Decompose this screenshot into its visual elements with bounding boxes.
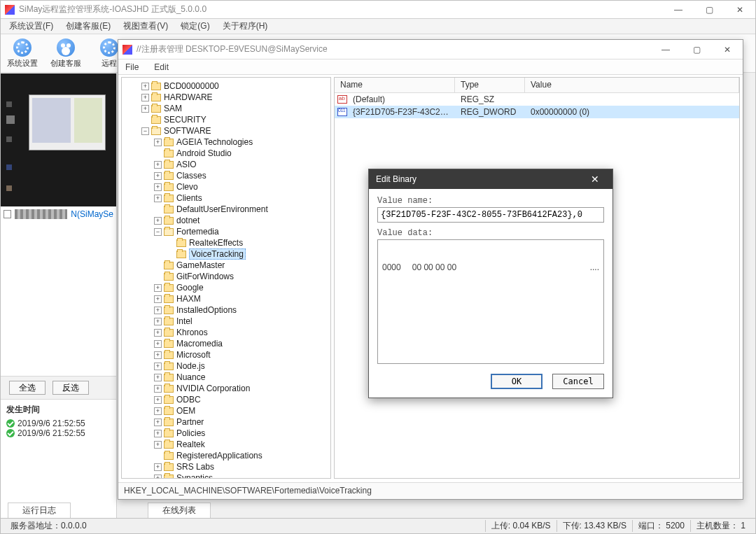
expand-icon[interactable]: + [154,351,162,359]
expand-icon[interactable]: + [154,475,162,479]
event-row[interactable]: 2019/9/6 21:52:55 [6,428,111,438]
dialog-titlebar[interactable]: Edit Binary ✕ [369,169,612,189]
tree-item[interactable]: +HARDWARE [122,92,330,103]
host-row[interactable]: N(SiMaySe [1,206,116,222]
tree-item[interactable]: +Partner [122,416,330,428]
tree-item[interactable]: +Classes [122,170,330,181]
tree-item[interactable]: RegisteredApplications [122,450,330,461]
tree-item[interactable]: DefaultUserEnvironment [122,204,330,215]
registry-titlebar[interactable]: //注册表管理 DESKTOP-E9VESUN@SiMayService — ▢… [118,40,743,59]
cancel-button[interactable]: Cancel [552,374,604,389]
tree-item[interactable]: +Intel [122,316,330,327]
menu-about[interactable]: 关于程序(H) [223,20,268,32]
select-all-button[interactable]: 全选 [9,381,46,395]
col-type[interactable]: Type [455,78,525,92]
expand-icon[interactable]: + [141,94,149,101]
tree-item[interactable]: RealtekEffects [122,237,330,248]
tree-item[interactable]: +Realtek [122,439,330,450]
tree-item[interactable]: +HAXM [122,293,330,304]
reg-minimize-button[interactable]: — [650,40,681,59]
tree-item[interactable]: +Clients [122,192,330,204]
tree-item[interactable]: +NVIDIA Corporation [122,383,330,394]
expand-icon[interactable]: + [141,83,149,90]
expand-icon[interactable]: + [154,329,162,337]
minimize-button[interactable]: — [663,1,694,19]
tree-item[interactable]: +Clevo [122,181,330,192]
value-data-editor[interactable]: 0000 00 00 00 00 .... [377,239,604,364]
reg-maximize-button[interactable]: ▢ [681,40,712,59]
tree-item[interactable]: +BCD00000000 [122,80,330,92]
tree-item[interactable]: +AGEIA Technologies [122,136,330,148]
registry-value-row[interactable]: {3F21D705-F23F-43C2-8055...REG_DWORD0x00… [335,106,739,118]
tree-item[interactable]: GitForWindows [122,271,330,282]
registry-tree[interactable]: +BCD00000000+HARDWARE+SAMSECURITY−SOFTWA… [121,77,331,479]
col-value[interactable]: Value [525,78,739,92]
tree-item[interactable]: +ODBC [122,394,330,405]
expand-icon[interactable]: + [154,284,162,292]
tree-item[interactable]: +ASIO [122,159,330,170]
ok-button[interactable]: OK [491,374,542,389]
event-row[interactable]: 2019/9/6 21:52:55 [6,419,111,428]
col-name[interactable]: Name [335,78,455,92]
maximize-button[interactable]: ▢ [694,1,724,19]
menu-view[interactable]: 视图查看(V) [123,20,168,32]
expand-icon[interactable]: + [154,374,162,381]
tab-runtime-log[interactable]: 运行日志 [8,503,71,518]
tree-item[interactable]: +InstalledOptions [122,304,330,316]
menu-system[interactable]: 系统设置(F) [9,20,53,32]
tree-item[interactable]: +Khronos [122,327,330,338]
tool-create-client[interactable]: 创建客服 [48,38,83,69]
expand-icon[interactable]: + [154,295,162,303]
tree-item[interactable]: Android Studio [122,148,330,159]
registry-list-header[interactable]: Name Type Value [335,78,739,93]
expand-icon[interactable]: + [154,172,162,180]
expand-icon[interactable]: + [154,441,162,449]
tree-item[interactable]: +Microsoft [122,349,330,360]
expand-icon[interactable]: + [154,139,162,146]
dialog-close-button[interactable]: ✕ [584,174,606,185]
expand-icon[interactable]: + [141,105,149,113]
tree-item[interactable]: GameMaster [122,260,330,271]
main-titlebar[interactable]: SiMay远程监控管理系统-IOASJHD 正式版_5.0.0.0 — ▢ ✕ [1,1,755,19]
expand-icon[interactable]: + [154,183,162,191]
tree-item[interactable]: SECURITY [122,114,330,125]
tool-settings[interactable]: 系统设置 [5,38,40,69]
expand-icon[interactable]: + [154,195,162,202]
tree-item[interactable]: +Nuance [122,372,330,383]
tree-item[interactable]: +Policies [122,428,330,439]
expand-icon[interactable]: + [154,217,162,225]
expand-icon[interactable]: + [154,419,162,426]
expand-icon[interactable]: + [154,307,162,314]
reg-menu-file[interactable]: File [125,62,139,72]
expand-icon[interactable]: + [154,340,162,348]
expand-icon[interactable]: + [154,318,162,325]
tree-item[interactable]: VoiceTracking [122,248,330,260]
registry-value-row[interactable]: (Default)REG_SZ [335,93,739,106]
expand-icon[interactable]: + [154,463,162,471]
tree-item[interactable]: +Google [122,282,330,293]
tree-item[interactable]: +SRS Labs [122,461,330,472]
host-checkbox[interactable] [4,210,11,218]
tree-item[interactable]: +Node.js [122,360,330,372]
tree-item[interactable]: +dotnet [122,215,330,226]
menu-lock[interactable]: 锁定(G) [181,20,209,32]
expand-icon[interactable]: + [154,396,162,404]
expand-icon[interactable]: − [154,228,162,236]
menu-create[interactable]: 创建客服(E) [66,20,111,32]
expand-icon[interactable]: − [141,127,149,135]
tab-online-list[interactable]: 在线列表 [148,503,211,518]
reg-close-button[interactable]: ✕ [712,40,743,59]
expand-icon[interactable]: + [154,407,162,415]
tree-item[interactable]: +SAM [122,103,330,114]
value-name-input[interactable] [377,207,604,223]
invert-selection-button[interactable]: 反选 [52,381,89,395]
tree-item[interactable]: +OEM [122,405,330,416]
thumbnail-area[interactable] [1,73,116,206]
tree-item[interactable]: −SOFTWARE [122,125,330,136]
close-button[interactable]: ✕ [724,1,755,19]
expand-icon[interactable]: + [154,161,162,169]
tree-item[interactable]: +Macromedia [122,338,330,349]
tree-item[interactable]: −Fortemedia [122,226,330,237]
expand-icon[interactable]: + [154,385,162,393]
expand-icon[interactable]: + [154,430,162,437]
